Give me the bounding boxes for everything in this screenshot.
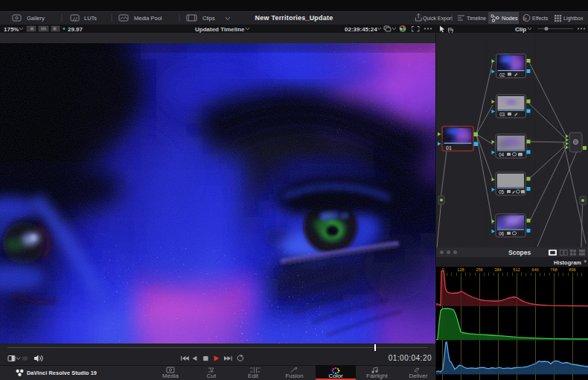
svg-text:Clips: Clips [202, 15, 215, 22]
svg-text:Media Pool: Media Pool [134, 15, 162, 22]
svg-text:02: 02 [499, 72, 505, 77]
svg-text:384: 384 [494, 267, 502, 272]
svg-text:Timeline: Timeline [467, 16, 486, 21]
svg-text:256: 256 [476, 267, 483, 272]
svg-text:Lightbox: Lightbox [563, 16, 584, 22]
svg-text:Fairlight: Fairlight [366, 373, 388, 379]
svg-text:Effects: Effects [532, 16, 549, 21]
svg-text:Clip: Clip [515, 26, 526, 33]
svg-text:Edit: Edit [248, 373, 259, 379]
svg-text:03: 03 [499, 112, 505, 117]
svg-text:Color: Color [328, 373, 342, 379]
svg-text:Gallery: Gallery [27, 15, 45, 22]
svg-text:04: 04 [499, 152, 505, 157]
svg-text:05: 05 [499, 189, 505, 194]
svg-text:512: 512 [513, 267, 520, 272]
svg-text:Fusion: Fusion [285, 373, 303, 379]
svg-text:Media: Media [162, 373, 179, 379]
svg-text:01: 01 [446, 145, 452, 151]
svg-text:640: 640 [531, 267, 539, 272]
svg-text:128: 128 [457, 267, 464, 272]
svg-text:768: 768 [550, 267, 557, 272]
svg-text:29.97: 29.97 [68, 26, 83, 33]
svg-text:175%: 175% [4, 26, 19, 33]
svg-text:Deliver: Deliver [409, 373, 428, 379]
svg-text:06: 06 [499, 231, 505, 236]
svg-text:Nodes: Nodes [502, 15, 518, 22]
svg-text:02:39:45:24: 02:39:45:24 [345, 26, 377, 33]
svg-text:Updated Timeline: Updated Timeline [195, 26, 245, 33]
svg-text:Quick Export: Quick Export [423, 16, 453, 22]
svg-text:896: 896 [569, 267, 576, 272]
svg-text:LUTs: LUTs [84, 15, 97, 22]
svg-text:fx: fx [523, 16, 527, 21]
svg-text:Cut: Cut [207, 373, 217, 379]
